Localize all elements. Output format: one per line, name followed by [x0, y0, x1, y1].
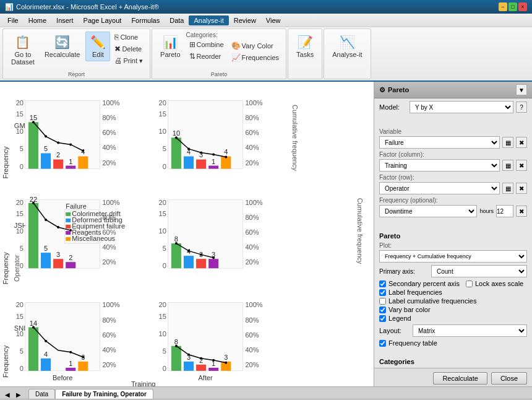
combine-btn[interactable]: ⊞ Combine [186, 39, 227, 50]
svg-text:1: 1 [69, 360, 72, 367]
svg-point-25 [45, 135, 47, 137]
svg-text:10: 10 [16, 330, 24, 337]
chart-area[interactable]: Frequency GMH 0 5 10 15 20 100% 80% 60% … [0, 82, 374, 386]
menu-formulas[interactable]: Formulas [126, 15, 165, 25]
svg-point-137 [32, 326, 35, 329]
sheet-nav-left[interactable]: ◀ [2, 391, 12, 399]
maximize-btn[interactable]: □ [508, 2, 517, 11]
svg-rect-75 [66, 262, 75, 268]
model-info-btn[interactable]: ? [516, 102, 527, 113]
panel-collapse-btn[interactable]: ▼ [516, 84, 527, 95]
svg-rect-16 [41, 153, 51, 168]
factor-row-btn1[interactable]: ▦ [502, 183, 513, 194]
close-panel-btn[interactable]: Close [491, 372, 527, 385]
model-select[interactable]: Y by X [410, 101, 513, 113]
svg-point-163 [175, 345, 178, 347]
svg-rect-18 [53, 160, 63, 169]
sheet-nav-right[interactable]: ▶ [14, 391, 24, 399]
variable-btn2[interactable]: ✖ [516, 137, 527, 148]
recalculate-btn[interactable]: 🔄 Recalculate [40, 32, 84, 61]
title-bar: 📊 Colorimeter.xlsx - Microsoft Excel + A… [0, 0, 532, 14]
svg-text:14: 14 [30, 320, 37, 327]
print-btn[interactable]: 🖨 Print ▾ [111, 55, 146, 66]
frequency-num-input[interactable] [496, 205, 513, 217]
factor-col-btn1[interactable]: ▦ [502, 160, 513, 171]
variable-section: Variable Failure ▦ ✖ Factor (column): Tr… [374, 123, 532, 222]
freq-table-checkbox[interactable] [379, 340, 386, 347]
menu-view[interactable]: View [261, 15, 286, 25]
menu-file[interactable]: File [2, 15, 24, 25]
tasks-icon: 📝 [298, 35, 313, 50]
primary-axis-select[interactable]: Count [431, 265, 527, 277]
svg-point-52 [200, 151, 202, 154]
reorder-btn[interactable]: ⇅ Reorder [186, 51, 227, 62]
factor-row-select[interactable]: Operator [379, 182, 500, 194]
secondary-percent-checkbox[interactable] [379, 280, 386, 287]
factor-row-btn2[interactable]: ✖ [516, 183, 527, 194]
svg-text:5: 5 [163, 245, 166, 252]
close-btn[interactable]: × [518, 2, 527, 11]
svg-text:40%: 40% [102, 346, 116, 354]
svg-text:40%: 40% [245, 144, 259, 151]
layout-label: Layout: [379, 327, 410, 334]
svg-rect-129 [28, 328, 38, 371]
svg-text:80%: 80% [102, 114, 116, 121]
factor-col-select[interactable]: Training [379, 159, 500, 172]
variable-btn1[interactable]: ▦ [502, 137, 513, 148]
frequency-unit: hours [479, 208, 494, 214]
goto-dataset-btn[interactable]: 📋 Go to Dataset [7, 32, 39, 69]
menu-analyseit[interactable]: Analyse-it [189, 15, 228, 25]
svg-point-140 [82, 356, 84, 359]
svg-point-165 [200, 357, 202, 360]
menu-review[interactable]: Review [229, 15, 261, 25]
clone-btn[interactable]: ⎘ Clone [111, 32, 146, 43]
pareto-btn[interactable]: 📊 Pareto [156, 32, 184, 61]
svg-text:15: 15 [16, 110, 24, 118]
svg-text:2: 2 [69, 254, 72, 261]
frequencies-btn[interactable]: 📈 Frequencies [228, 52, 283, 63]
svg-text:10: 10 [16, 227, 24, 235]
svg-text:1: 1 [69, 158, 72, 165]
plot-row: Frequency + Cumulative frequency [379, 250, 527, 263]
edit-btn[interactable]: ✏️ Edit [85, 32, 110, 61]
factor-col-btn2[interactable]: ✖ [516, 160, 527, 171]
pareto-settings-title: Pareto [379, 232, 527, 240]
menu-insert[interactable]: Insert [51, 15, 79, 25]
svg-text:10: 10 [159, 128, 166, 135]
svg-rect-87 [66, 231, 71, 235]
layout-select[interactable]: Matrix [413, 324, 527, 337]
variable-select[interactable]: Failure [379, 136, 500, 149]
edit-icon: ✏️ [90, 35, 106, 50]
svg-point-27 [69, 143, 72, 146]
legend-checkbox[interactable] [379, 315, 386, 322]
plot-select[interactable]: Frequency + Cumulative frequency [379, 250, 527, 263]
sheet-tab-failure[interactable]: Failure by Training, Operator [55, 389, 153, 399]
svg-rect-69 [28, 203, 38, 268]
svg-point-24 [32, 121, 35, 123]
minimize-btn[interactable]: − [499, 2, 507, 11]
analyse-it-btn[interactable]: 📉 Analyse-it [328, 32, 366, 61]
categories-section: Categories [374, 355, 532, 368]
lock-axes-checkbox[interactable] [466, 280, 473, 287]
sheet-tab-data[interactable]: Data [28, 389, 55, 399]
delete-btn[interactable]: ✖ Delete [111, 43, 146, 54]
menu-home[interactable]: Home [24, 15, 51, 25]
vary-color-btn[interactable]: 🎨 Vary Color [228, 40, 283, 51]
svg-text:0: 0 [20, 163, 24, 170]
frequency-label: Frequency (optional): [379, 197, 527, 204]
svg-point-26 [57, 141, 59, 144]
legend-row: Legend [379, 315, 527, 322]
vary-bar-color-checkbox[interactable] [379, 307, 386, 313]
label-freq-checkbox[interactable] [379, 289, 386, 296]
svg-rect-14 [28, 122, 38, 168]
print-icon: 🖨 [114, 56, 122, 65]
svg-text:60%: 60% [102, 129, 116, 136]
menu-pagelayout[interactable]: Page Layout [79, 15, 127, 25]
label-cum-freq-checkbox[interactable] [379, 298, 386, 305]
svg-rect-85 [66, 225, 71, 228]
menu-data[interactable]: Data [165, 15, 189, 25]
tasks-btn[interactable]: 📝 Tasks [292, 32, 318, 61]
frequency-btn2[interactable]: ✖ [516, 206, 527, 217]
frequency-select[interactable]: Downtime [379, 205, 477, 217]
recalculate-panel-btn[interactable]: Recalculate [433, 372, 487, 385]
